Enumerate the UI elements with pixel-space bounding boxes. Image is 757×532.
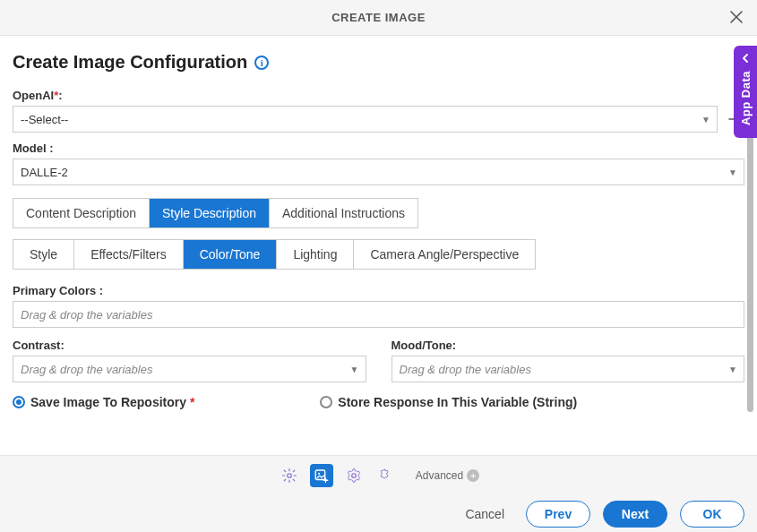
field-contrast: Contrast: ▼ bbox=[13, 339, 366, 382]
primary-colors-input[interactable] bbox=[13, 301, 744, 328]
sub-tabs: Style Effects/Filters Color/Tone Lightin… bbox=[13, 239, 536, 270]
svg-point-3 bbox=[352, 474, 357, 478]
mood-input[interactable] bbox=[391, 356, 745, 382]
plus-circle-icon: + bbox=[467, 469, 479, 482]
ok-button[interactable]: OK bbox=[680, 501, 744, 528]
openai-label: OpenAI*: bbox=[13, 89, 744, 102]
subtab-lighting[interactable]: Lighting bbox=[277, 240, 354, 269]
contrast-label: Contrast: bbox=[13, 339, 366, 352]
subtab-camera-angle[interactable]: Camera Angle/Perspective bbox=[354, 240, 535, 269]
cancel-button[interactable]: Cancel bbox=[456, 500, 513, 528]
model-label: Model : bbox=[13, 142, 744, 155]
subtab-color-tone[interactable]: Color/Tone bbox=[184, 240, 278, 269]
toolbar: Advanced + bbox=[0, 456, 757, 495]
mood-label: Mood/Tone: bbox=[391, 339, 745, 352]
next-button[interactable]: Next bbox=[603, 501, 667, 528]
dialog-footer: Advanced + Cancel Prev Next OK bbox=[0, 455, 757, 532]
field-mood: Mood/Tone: ▼ bbox=[391, 339, 745, 382]
svg-point-2 bbox=[318, 473, 320, 475]
tab-style-description[interactable]: Style Description bbox=[150, 199, 270, 227]
gear-alt-icon[interactable] bbox=[342, 464, 366, 487]
radio-save-repo[interactable]: Save Image To Repository * bbox=[13, 395, 194, 409]
image-add-icon[interactable] bbox=[310, 464, 333, 487]
subtab-effects-filters[interactable]: Effects/Filters bbox=[74, 240, 184, 269]
tab-additional-instructions[interactable]: Additional Instructions bbox=[270, 199, 417, 227]
radio-store-variable[interactable]: Store Response In This Variable (String) bbox=[320, 395, 577, 409]
side-panel-label: App Data bbox=[739, 71, 753, 125]
radio-icon bbox=[13, 396, 25, 408]
dialog-body: Create Image Configuration i OpenAI*: ▼ … bbox=[0, 36, 757, 455]
dialog-title: CREATE IMAGE bbox=[331, 11, 426, 24]
page-heading-row: Create Image Configuration i bbox=[13, 52, 744, 73]
content: Create Image Configuration i OpenAI*: ▼ … bbox=[0, 36, 757, 455]
prev-button[interactable]: Prev bbox=[526, 501, 590, 528]
radio-icon bbox=[320, 396, 332, 408]
radio-store-variable-label: Store Response In This Variable (String) bbox=[338, 395, 577, 409]
primary-colors-label: Primary Colors : bbox=[13, 284, 744, 297]
button-row: Cancel Prev Next OK bbox=[0, 495, 757, 532]
info-icon[interactable]: i bbox=[254, 56, 269, 70]
advanced-toggle[interactable]: Advanced + bbox=[416, 469, 479, 482]
subtab-style[interactable]: Style bbox=[13, 240, 74, 269]
page-title: Create Image Configuration bbox=[13, 52, 247, 73]
puzzle-icon[interactable] bbox=[374, 464, 398, 487]
field-primary-colors: Primary Colors : bbox=[13, 284, 744, 328]
close-icon[interactable] bbox=[727, 7, 746, 27]
advanced-label: Advanced bbox=[416, 469, 463, 482]
field-model: Model : ▼ bbox=[13, 142, 744, 185]
svg-point-0 bbox=[288, 474, 292, 478]
contrast-mood-row: Contrast: ▼ Mood/Tone: ▼ bbox=[13, 339, 744, 382]
dialog-header: CREATE IMAGE bbox=[0, 0, 757, 36]
openai-select[interactable] bbox=[13, 106, 718, 133]
side-panel-toggle[interactable]: App Data bbox=[734, 46, 757, 138]
model-select-wrap: ▼ bbox=[13, 159, 744, 185]
contrast-input[interactable] bbox=[13, 356, 366, 382]
openai-select-wrap: ▼ bbox=[13, 106, 718, 133]
output-radio-row: Save Image To Repository * Store Respons… bbox=[13, 395, 744, 409]
main-tabs: Content Description Style Description Ad… bbox=[13, 198, 418, 228]
field-openai: OpenAI*: ▼ bbox=[13, 89, 744, 133]
model-select[interactable] bbox=[13, 159, 744, 185]
chevron-left-icon bbox=[741, 53, 750, 65]
radio-save-repo-label: Save Image To Repository * bbox=[30, 395, 194, 409]
settings-icon[interactable] bbox=[278, 464, 301, 487]
tab-content-description[interactable]: Content Description bbox=[13, 199, 150, 227]
